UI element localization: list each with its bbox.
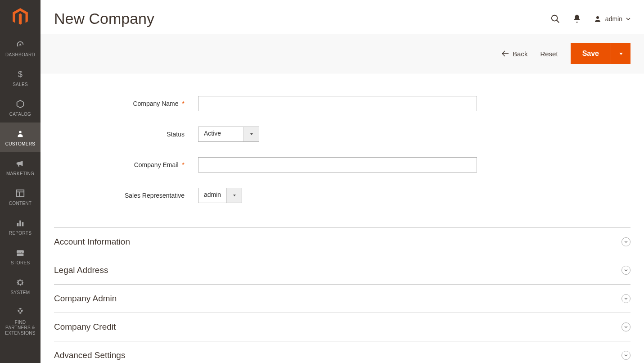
status-value: Active bbox=[198, 127, 243, 141]
expand-icon bbox=[621, 322, 630, 331]
status-label: Status bbox=[54, 131, 198, 138]
expand-icon bbox=[621, 266, 630, 275]
nav-label: DASHBOARD bbox=[2, 52, 39, 58]
section-company-admin[interactable]: Company Admin bbox=[54, 284, 630, 313]
user-name: admin bbox=[605, 15, 622, 23]
nav-sales[interactable]: $ SALES bbox=[0, 63, 41, 93]
section-title: Company Credit bbox=[54, 322, 116, 332]
bars-icon bbox=[15, 218, 25, 228]
save-dropdown-button[interactable] bbox=[611, 43, 630, 64]
sales-rep-label: Sales Representative bbox=[54, 192, 198, 199]
arrow-left-icon bbox=[502, 50, 509, 57]
expand-icon bbox=[621, 294, 630, 303]
status-caret[interactable] bbox=[243, 127, 259, 141]
status-select[interactable]: Active bbox=[198, 127, 259, 142]
section-advanced-settings[interactable]: Advanced Settings bbox=[54, 341, 630, 363]
svg-rect-5 bbox=[17, 223, 19, 226]
section-title: Account Information bbox=[54, 237, 130, 247]
nav-label: STORES bbox=[2, 260, 39, 266]
blocks-icon bbox=[15, 307, 25, 317]
company-name-label: Company Name* bbox=[54, 100, 198, 107]
back-button[interactable]: Back bbox=[502, 50, 527, 58]
chevron-down-icon bbox=[624, 240, 628, 244]
nav-content[interactable]: CONTENT bbox=[0, 182, 41, 212]
field-sales-rep: Sales Representative admin bbox=[54, 188, 630, 203]
magento-logo[interactable] bbox=[0, 0, 41, 33]
search-icon[interactable] bbox=[550, 14, 560, 24]
triangle-down-icon bbox=[618, 51, 624, 56]
user-menu[interactable]: admin bbox=[594, 15, 630, 23]
main-content: New Company admin Back Reset Save bbox=[41, 0, 644, 363]
collapsible-sections: Account Information Legal Address Compan… bbox=[41, 227, 644, 363]
nav-label: REPORTS bbox=[2, 231, 39, 236]
page-header: New Company admin bbox=[41, 0, 644, 34]
gauge-icon bbox=[15, 40, 25, 50]
nav-label: CONTENT bbox=[2, 201, 39, 206]
nav-label: CATALOG bbox=[2, 112, 39, 117]
megaphone-icon bbox=[15, 159, 25, 168]
nav-reports[interactable]: REPORTS bbox=[0, 212, 41, 241]
layout-icon bbox=[15, 188, 25, 198]
nav-partners[interactable]: FIND PARTNERS & EXTENSIONS bbox=[0, 301, 41, 341]
expand-icon bbox=[621, 237, 630, 246]
nav-customers[interactable]: CUSTOMERS bbox=[0, 123, 41, 152]
chevron-down-icon bbox=[624, 268, 628, 272]
bell-icon[interactable] bbox=[572, 14, 582, 24]
company-email-label: Company Email* bbox=[54, 161, 198, 168]
nav-system[interactable]: SYSTEM bbox=[0, 271, 41, 301]
nav-dashboard[interactable]: DASHBOARD bbox=[0, 33, 41, 63]
sales-rep-value: admin bbox=[198, 188, 226, 203]
page-title: New Company bbox=[54, 10, 154, 27]
expand-icon bbox=[621, 351, 630, 360]
nav-label: CUSTOMERS bbox=[2, 141, 39, 147]
user-icon bbox=[594, 15, 602, 23]
nav-catalog[interactable]: CATALOG bbox=[0, 93, 41, 123]
magento-logo-icon bbox=[11, 8, 29, 26]
save-button[interactable]: Save bbox=[571, 43, 611, 64]
section-company-credit[interactable]: Company Credit bbox=[54, 313, 630, 341]
person-icon bbox=[15, 129, 25, 139]
dollar-icon: $ bbox=[15, 69, 25, 79]
field-company-name: Company Name* bbox=[54, 96, 630, 111]
admin-sidebar: DASHBOARD $ SALES CATALOG CUSTOMERS MARK… bbox=[0, 0, 41, 363]
header-tools: admin bbox=[550, 14, 630, 24]
company-name-input[interactable] bbox=[198, 96, 477, 111]
sales-rep-select[interactable]: admin bbox=[198, 188, 242, 203]
section-legal-address[interactable]: Legal Address bbox=[54, 256, 630, 284]
nav-label: SALES bbox=[2, 82, 39, 87]
svg-line-9 bbox=[557, 20, 559, 23]
chevron-down-icon bbox=[624, 353, 628, 358]
svg-rect-2 bbox=[17, 190, 24, 197]
triangle-down-icon bbox=[249, 132, 254, 136]
triangle-down-icon bbox=[232, 193, 237, 198]
field-status: Status Active bbox=[54, 127, 630, 142]
svg-rect-6 bbox=[19, 221, 21, 227]
svg-point-1 bbox=[19, 131, 22, 134]
chevron-down-icon bbox=[624, 296, 628, 301]
chevron-down-icon bbox=[624, 325, 628, 329]
nav-marketing[interactable]: MARKETING bbox=[0, 152, 41, 182]
reset-label: Reset bbox=[540, 50, 558, 58]
action-bar: Back Reset Save bbox=[41, 34, 644, 73]
storefront-icon bbox=[15, 248, 25, 258]
svg-rect-7 bbox=[22, 222, 24, 226]
back-label: Back bbox=[513, 50, 527, 58]
form-area: Company Name* Status Active Company Emai… bbox=[41, 73, 644, 227]
nav-label: MARKETING bbox=[2, 171, 39, 177]
svg-point-8 bbox=[552, 15, 558, 21]
svg-point-10 bbox=[596, 16, 599, 19]
section-account-information[interactable]: Account Information bbox=[54, 227, 630, 256]
chevron-down-icon bbox=[626, 17, 630, 21]
sales-rep-caret[interactable] bbox=[226, 188, 242, 203]
save-button-group: Save bbox=[571, 43, 630, 64]
section-title: Company Admin bbox=[54, 294, 117, 304]
nav-stores[interactable]: STORES bbox=[0, 241, 41, 271]
svg-text:$: $ bbox=[18, 69, 23, 79]
box-icon bbox=[15, 99, 25, 109]
company-email-input[interactable] bbox=[198, 157, 477, 172]
nav-label: SYSTEM bbox=[2, 290, 39, 295]
section-title: Legal Address bbox=[54, 265, 108, 275]
reset-button[interactable]: Reset bbox=[540, 50, 558, 58]
gear-icon bbox=[15, 277, 25, 287]
field-company-email: Company Email* bbox=[54, 157, 630, 172]
